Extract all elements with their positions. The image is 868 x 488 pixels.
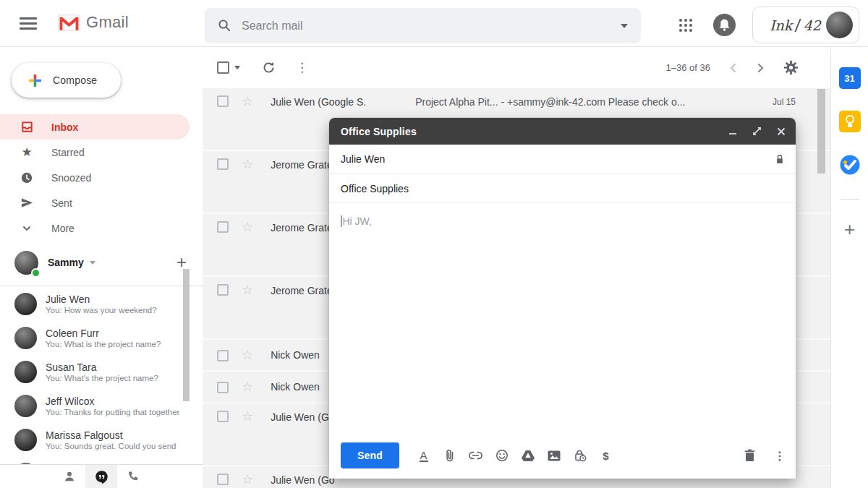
- trash-icon[interactable]: [743, 449, 757, 463]
- compose-button[interactable]: Compose: [12, 63, 121, 98]
- sidebar-item-more[interactable]: More: [0, 215, 190, 241]
- keep-icon[interactable]: [839, 111, 861, 132]
- account-pill[interactable]: Ink 42: [752, 7, 859, 43]
- star-icon[interactable]: ☆: [242, 380, 253, 394]
- formatting-icon[interactable]: A: [417, 449, 430, 463]
- message-body-field[interactable]: Hi JW,: [329, 203, 796, 437]
- chat-contact[interactable]: Julie Wen You: How was your weekend?: [0, 287, 203, 321]
- select-all-checkbox[interactable]: [217, 61, 229, 74]
- chat-contact[interactable]: Marissa Falgoust You: Sounds great. Coul…: [0, 423, 203, 457]
- search-options-caret-icon[interactable]: [621, 24, 628, 28]
- star-icon[interactable]: ☆: [242, 283, 253, 297]
- gmail-logo[interactable]: Gmail: [58, 13, 129, 32]
- recipient-field[interactable]: Julie Wen: [329, 145, 796, 174]
- window-controls: [728, 127, 786, 136]
- checkbox[interactable]: [217, 474, 229, 485]
- left-sidebar: Compose Inbox ★ Starred Snoozed Sent: [0, 47, 203, 488]
- compose-footer: Send A $: [329, 437, 796, 479]
- link-icon[interactable]: [469, 449, 482, 463]
- brand-divider: [795, 19, 801, 32]
- contact-preview: You: Thanks for putting that together: [46, 408, 199, 416]
- phone-icon[interactable]: [117, 465, 149, 488]
- settings-gear-icon[interactable]: [783, 60, 799, 75]
- avatar[interactable]: [826, 12, 853, 38]
- contact-text: Julie Wen You: How was your weekend?: [46, 294, 199, 314]
- calendar-icon[interactable]: 31: [839, 67, 861, 89]
- sidebar-item-snoozed[interactable]: Snoozed: [0, 165, 190, 190]
- contact-name: Marissa Falgoust: [46, 429, 199, 441]
- text-cursor: [341, 215, 342, 227]
- hamburger-icon[interactable]: [20, 17, 37, 30]
- star-icon[interactable]: ☆: [242, 94, 253, 108]
- search-bar[interactable]: [205, 8, 641, 43]
- sidebar-item-sent[interactable]: Sent: [0, 190, 190, 215]
- chat-user-row[interactable]: Sammy +: [0, 244, 203, 281]
- mail-nav: Inbox ★ Starred Snoozed Sent More: [0, 114, 203, 241]
- tasks-icon[interactable]: [839, 154, 861, 176]
- subject-field[interactable]: Office Supplies: [329, 174, 796, 203]
- checkbox[interactable]: [217, 284, 229, 296]
- pagination-label: 1–36 of 36: [666, 62, 710, 73]
- contact-name: Julie Wen: [46, 294, 199, 305]
- calendar-date-label: 31: [844, 73, 854, 84]
- checkbox[interactable]: [217, 95, 229, 107]
- brand-left: Ink: [770, 17, 792, 33]
- hangouts-icon[interactable]: [85, 465, 117, 488]
- drive-icon[interactable]: [521, 449, 535, 463]
- popout-icon[interactable]: [752, 127, 762, 136]
- sidebar-item-inbox[interactable]: Inbox: [0, 114, 190, 140]
- checkbox[interactable]: [217, 382, 229, 393]
- checkbox[interactable]: [217, 411, 229, 422]
- checkbox[interactable]: [217, 158, 229, 170]
- star-icon[interactable]: ☆: [242, 409, 253, 424]
- google-plus-icon: [27, 73, 43, 88]
- contact-text: Coleen Furr You: What is the project nam…: [46, 328, 199, 348]
- money-icon[interactable]: $: [599, 449, 613, 463]
- star-icon[interactable]: ☆: [242, 157, 253, 171]
- search-icon: [218, 19, 231, 33]
- bulb-icon: [846, 115, 854, 124]
- chat-contact[interactable]: Coleen Furr You: What is the project nam…: [0, 321, 203, 355]
- email-subject: Project Alpha Pit... - +sammy@ink-42.com…: [415, 95, 764, 109]
- star-icon: ★: [20, 145, 34, 160]
- recipient-value: Julie Wen: [341, 153, 385, 165]
- chevron-left-icon[interactable]: [730, 63, 737, 73]
- more-vertical-icon[interactable]: ⋮: [296, 60, 308, 75]
- chevron-right-icon[interactable]: [757, 63, 764, 73]
- contacts-person-icon[interactable]: [54, 465, 85, 488]
- compose-titlebar[interactable]: Office Supplies: [329, 118, 796, 145]
- confidential-icon[interactable]: [573, 449, 587, 463]
- refresh-icon[interactable]: [262, 61, 276, 74]
- sidebar-item-starred[interactable]: ★ Starred: [0, 140, 190, 165]
- chat-contact[interactable]: Susan Tara You: What's the project name?: [0, 355, 203, 389]
- chat-contact-list: Julie Wen You: How was your weekend? Col…: [0, 287, 203, 465]
- more-vertical-icon[interactable]: ⋮: [774, 449, 786, 463]
- right-side-rail: 31 +: [830, 47, 868, 488]
- compose-footer-right: ⋮: [743, 449, 786, 463]
- apps-grid-icon[interactable]: [677, 17, 694, 34]
- select-caret-icon[interactable]: [234, 66, 240, 69]
- contact-text: Susan Tara You: What's the project name?: [46, 361, 199, 382]
- avatar: [14, 293, 37, 315]
- image-icon[interactable]: [547, 449, 561, 463]
- add-icon[interactable]: +: [844, 220, 855, 239]
- search-input[interactable]: [242, 20, 621, 33]
- send-button[interactable]: Send: [341, 442, 399, 468]
- emoji-icon[interactable]: [495, 449, 509, 463]
- star-icon[interactable]: ☆: [242, 220, 253, 234]
- star-icon[interactable]: ☆: [242, 348, 253, 362]
- chat-contact[interactable]: Jeff Wilcox You: Thanks for putting that…: [0, 389, 203, 423]
- contact-name: Jeff Wilcox: [46, 395, 199, 407]
- gmail-envelope-icon: [58, 14, 80, 31]
- checkbox[interactable]: [217, 350, 229, 361]
- checkbox[interactable]: [217, 221, 229, 233]
- chat-scrollbar[interactable]: [183, 269, 190, 401]
- list-scrollbar[interactable]: [817, 89, 825, 174]
- minimize-icon[interactable]: [728, 127, 737, 136]
- avatar: [14, 429, 37, 451]
- notification-bell-icon[interactable]: [712, 13, 736, 37]
- star-icon[interactable]: ☆: [242, 472, 253, 487]
- attach-icon[interactable]: [443, 449, 456, 463]
- chevron-down-icon[interactable]: [90, 261, 95, 265]
- close-icon[interactable]: [777, 127, 786, 136]
